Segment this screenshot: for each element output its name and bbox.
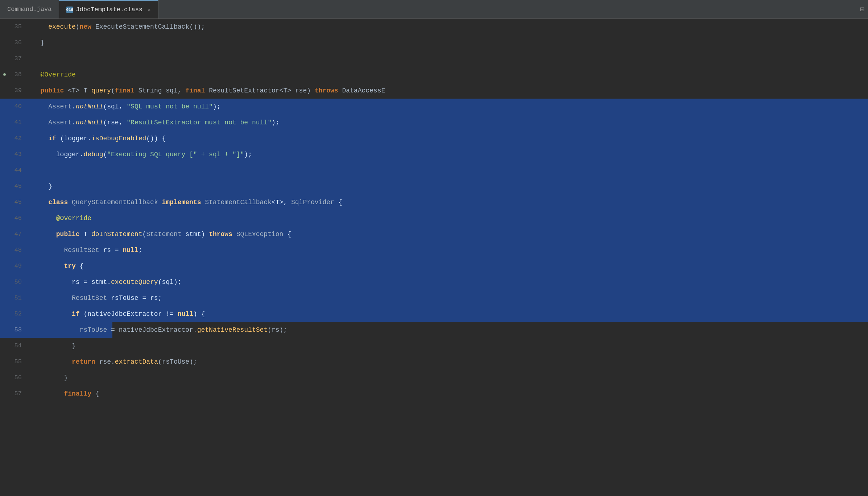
editor-container: Command.java 019 JdbcTemplate.class ✕ ⊟ … bbox=[0, 0, 868, 496]
code-line: 46 @Override bbox=[0, 210, 868, 226]
code-line: 56 } bbox=[0, 370, 868, 386]
code-line: 41 Assert.notNull(rse, "ResultSetExtract… bbox=[0, 115, 868, 131]
line-number: 42 bbox=[0, 131, 29, 146]
line-number: 41 bbox=[0, 115, 29, 131]
code-line: 47 public T doInStatement(Statement stmt… bbox=[0, 226, 868, 242]
line-content: execute(new ExecuteStatementCallback()); bbox=[29, 19, 868, 35]
line-number: 56 bbox=[0, 370, 29, 386]
line-number: 57 bbox=[0, 386, 29, 402]
code-line: 52 if (nativeJdbcExtractor != null) { bbox=[0, 306, 868, 322]
code-line: 37 bbox=[0, 51, 868, 67]
line-content: @Override bbox=[29, 67, 868, 83]
line-content: rsToUse = nativeJdbcExtractor.getNativeR… bbox=[29, 322, 868, 338]
line-content: public T doInStatement(Statement stmt) t… bbox=[29, 226, 868, 242]
line-content: rs = stmt.executeQuery(sql); bbox=[29, 274, 868, 290]
code-line: 57 finally { bbox=[0, 386, 868, 402]
line-content: } bbox=[29, 178, 868, 194]
tab-bar: Command.java 019 JdbcTemplate.class ✕ ⊟ bbox=[0, 0, 868, 19]
code-line: 36 } bbox=[0, 35, 868, 51]
line-content: public <T> T query(final String sql, fin… bbox=[29, 83, 868, 99]
code-line: 53 rsToUse = nativeJdbcExtractor.getNati… bbox=[0, 322, 868, 338]
tab-jdbc[interactable]: 019 JdbcTemplate.class ✕ bbox=[59, 0, 158, 18]
line-number: ⊖38 bbox=[0, 67, 29, 83]
line-number: 44 bbox=[0, 162, 29, 178]
line-number: 52 bbox=[0, 306, 29, 322]
line-number: 48 bbox=[0, 242, 29, 258]
line-content: } bbox=[29, 370, 868, 386]
line-number: 36 bbox=[0, 35, 29, 51]
tab-close-icon[interactable]: ✕ bbox=[148, 7, 150, 13]
line-content: return rse.extractData(rsToUse); bbox=[29, 354, 868, 370]
tab-jdbc-label: JdbcTemplate.class bbox=[76, 6, 142, 13]
code-line: 49 try { bbox=[0, 258, 868, 274]
code-line: 45 class QueryStatementCallback implemen… bbox=[0, 194, 868, 210]
line-number: 43 bbox=[0, 146, 29, 162]
line-content: ResultSet rs = null; bbox=[29, 242, 868, 258]
code-line: 40 Assert.notNull(sql, "SQL must not be … bbox=[0, 99, 868, 115]
code-line: 45 } bbox=[0, 178, 868, 194]
line-content: if (nativeJdbcExtractor != null) { bbox=[29, 306, 868, 322]
code-line: 44 bbox=[0, 162, 868, 178]
code-line: 43 logger.debug("Executing SQL query [" … bbox=[0, 146, 868, 162]
line-content: @Override bbox=[29, 210, 868, 226]
code-line: 39 public <T> T query(final String sql, … bbox=[0, 83, 868, 99]
code-line: 48 ResultSet rs = null; bbox=[0, 242, 868, 258]
code-line: 54 } bbox=[0, 338, 868, 354]
line-number: 55 bbox=[0, 354, 29, 370]
line-number: 47 bbox=[0, 226, 29, 242]
tab-command[interactable]: Command.java bbox=[0, 0, 59, 18]
line-content: Assert.notNull(sql, "SQL must not be nul… bbox=[29, 99, 868, 115]
code-area: 35 execute(new ExecuteStatementCallback(… bbox=[0, 19, 868, 496]
line-content: } bbox=[29, 338, 868, 354]
line-number: 45 bbox=[0, 178, 29, 194]
line-number: 53 bbox=[0, 322, 29, 338]
line-content bbox=[29, 51, 868, 67]
line-number: 51 bbox=[0, 290, 29, 306]
line-content: ResultSet rsToUse = rs; bbox=[29, 290, 868, 306]
line-content: Assert.notNull(rse, "ResultSetExtractor … bbox=[29, 115, 868, 131]
line-content: } bbox=[29, 35, 868, 51]
line-content: if (logger.isDebugEnabled()) { bbox=[29, 131, 868, 146]
restore-button[interactable]: ⊟ bbox=[860, 5, 864, 14]
line-number: 54 bbox=[0, 338, 29, 354]
code-line: 55 return rse.extractData(rsToUse); bbox=[0, 354, 868, 370]
tab-jdbc-icon: 019 bbox=[66, 7, 73, 13]
code-line: 50 rs = stmt.executeQuery(sql); bbox=[0, 274, 868, 290]
line-number: 46 bbox=[0, 210, 29, 226]
line-content: class QueryStatementCallback implements … bbox=[29, 194, 868, 210]
line-number: 50 bbox=[0, 274, 29, 290]
line-number: 35 bbox=[0, 19, 29, 35]
code-line: 42 if (logger.isDebugEnabled()) { bbox=[0, 131, 868, 146]
line-number: 39 bbox=[0, 83, 29, 99]
code-lines: 35 execute(new ExecuteStatementCallback(… bbox=[0, 19, 868, 402]
line-content: finally { bbox=[29, 386, 868, 402]
code-line: 51 ResultSet rsToUse = rs; bbox=[0, 290, 868, 306]
line-number: 49 bbox=[0, 258, 29, 274]
line-content bbox=[29, 162, 868, 178]
line-number: 45 bbox=[0, 194, 29, 210]
code-line: ⊖38 @Override bbox=[0, 67, 868, 83]
code-line: 35 execute(new ExecuteStatementCallback(… bbox=[0, 19, 868, 35]
line-content: try { bbox=[29, 258, 868, 274]
line-number: 40 bbox=[0, 99, 29, 115]
tab-command-label: Command.java bbox=[7, 6, 51, 13]
line-number: 37 bbox=[0, 51, 29, 67]
line-content: logger.debug("Executing SQL query [" + s… bbox=[29, 146, 868, 162]
